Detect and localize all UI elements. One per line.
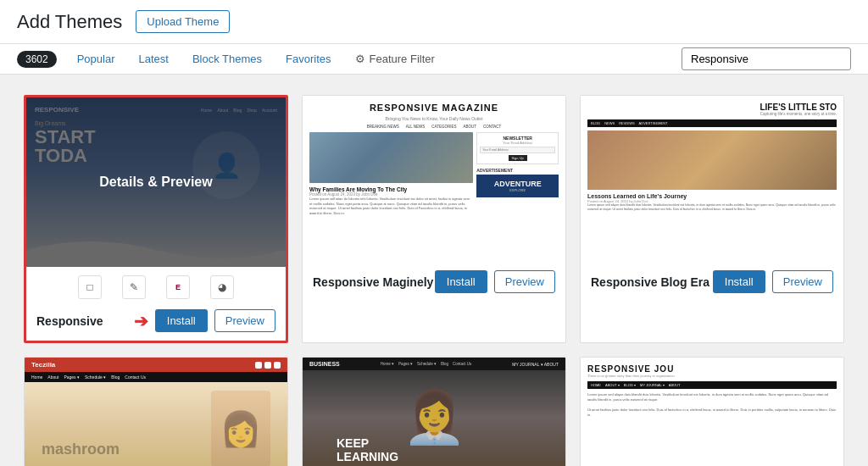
themes-nav: 3602 Popular Latest Block Themes Favorit… [0, 44, 868, 75]
magazine-nav: BREAKING NEWS ALL NEWS CATEGORIES ABOUT … [309, 125, 559, 129]
nav-block-themes[interactable]: Block Themes [182, 44, 272, 74]
theme-footer-magazine: Responsive Maginely Install Preview [303, 265, 565, 302]
mashroom-text: mashroom [42, 441, 120, 458]
gear-icon: ⚙ [355, 53, 365, 65]
theme-preview-keep-learning: BUSINESS Home ▾ Pages ▾ Schedule ▾ Blog … [303, 358, 565, 466]
upload-theme-button[interactable]: Upload Theme [136, 10, 230, 33]
kl-nav: Home ▾ Pages ▾ Schedule ▾ Blog Contact U… [381, 362, 472, 366]
theme-footer-responsive: Responsive ➔ Install Preview [26, 304, 286, 341]
magazine-title: RESPONSIVE MAGAZINE [309, 103, 559, 113]
theme-footer-blog-era: Responsive Blog Era Install Preview [581, 265, 843, 302]
newsletter-signup-btn: Sign Up [509, 155, 527, 161]
nav-favorites[interactable]: Favorites [275, 44, 341, 74]
theme-card-blog-era: LIFE'S LITTLE STO Capturing life's momen… [580, 95, 844, 343]
theme-card-responsive-magazine: RESPONSIVE MAGAZINE Bringing You News to… [302, 95, 566, 343]
theme-name-responsive: Responsive [36, 314, 103, 328]
details-preview-text: Details & Preview [99, 175, 212, 190]
lifes-main-image [587, 130, 837, 190]
kl-logo: BUSINESS [309, 361, 340, 367]
journey-body: Lorem ipsum sed alique duis blandit duis… [587, 392, 837, 418]
theme-preview-responsive-journey: RESPONSIVE JOU There is no greater story… [581, 358, 843, 466]
magazine-article-title: Why Families Are Moving To The City [309, 186, 473, 192]
nav-popular[interactable]: Popular [67, 44, 125, 74]
install-button-responsive[interactable]: Install [155, 309, 208, 332]
kl-header: BUSINESS Home ▾ Pages ▾ Schedule ▾ Blog … [303, 358, 565, 370]
install-button-magazine[interactable]: Install [435, 270, 487, 293]
kl-overlay-text: Keep Learning [337, 436, 398, 463]
nav-feature-filter[interactable]: ⚙ Feature Filter [345, 44, 445, 74]
preview-button-blog-era[interactable]: Preview [772, 270, 833, 293]
social-icon-1 [255, 362, 262, 369]
social-icon-2 [264, 362, 271, 369]
lifes-article-title: Lessons Learned on Life's Journey [587, 193, 837, 199]
theme-builder-icons: □ ✎ E ◕ [26, 267, 286, 304]
theme-card-responsive-journey: RESPONSIVE JOU There is no greater story… [580, 357, 844, 466]
builder-icon-elementor: E [166, 275, 190, 299]
lifes-nav: BLOG NEWS REVIEWS ADVERTISEMENT [587, 119, 837, 127]
preview-button-magazine[interactable]: Preview [494, 270, 555, 293]
nav-latest[interactable]: Latest [129, 44, 179, 74]
teczilla-social-icons [255, 362, 281, 369]
advertisement-box: ADVENTURE EXPLORE [476, 175, 559, 197]
journey-nav: HOME ABOUT ▾ BLOG ▾ MY JOURNAL ▾ ABOUT [587, 381, 837, 389]
theme-preview-responsive: RESPONSIVE Home About Blog Shop Account … [26, 97, 286, 267]
theme-count-badge: 3602 [17, 51, 57, 68]
theme-card-keep-learning: BUSINESS Home ▾ Pages ▾ Schedule ▾ Blog … [302, 357, 566, 466]
teczilla-nav: Home About Pages ▾ Schedule ▾ Blog Conta… [25, 372, 287, 382]
advertisement-label: ADVERTISEMENT [476, 168, 559, 173]
magazine-main: Why Families Are Moving To The City Post… [309, 132, 473, 258]
arrow-icon: ➔ [134, 311, 148, 331]
magazine-subtitle: Bringing You News to Know, Your Daily Ne… [309, 116, 559, 121]
theme-preview-blog-era: LIFE'S LITTLE STO Capturing life's momen… [581, 96, 843, 265]
journey-title: RESPONSIVE JOU [587, 364, 837, 374]
themes-grid: RESPONSIVE Home About Blog Shop Account … [0, 75, 868, 466]
builder-icon-2: ✎ [122, 275, 146, 299]
teczilla-logo: Teczilla [31, 361, 55, 369]
lifes-body: Lorem ipsum sed alique duis blandit duis… [587, 203, 837, 212]
preview-button-responsive[interactable]: Preview [214, 309, 275, 332]
kl-hero-person: 👩‍💼 [403, 387, 466, 447]
magazine-sidebar: NEWSLETTER Your Email Address Sign Up AD… [476, 132, 559, 258]
theme-search-input[interactable] [682, 47, 851, 70]
magazine-body-text: Lorem ipsum will etian do lobortis tels … [309, 197, 473, 215]
install-button-blog-era[interactable]: Install [713, 270, 765, 293]
builder-icon-1: □ [78, 275, 102, 299]
theme-preview-teczilla: Teczilla Home About Pages ▾ Schedule ▾ B… [25, 358, 287, 466]
newsletter-input [480, 147, 555, 153]
theme-name-magazine: Responsive Maginely [313, 275, 433, 289]
theme-actions-magazine: Install Preview [435, 270, 555, 293]
magazine-main-image [309, 132, 473, 183]
journey-sub: There is no greater story than their jou… [587, 374, 837, 378]
magazine-content: Why Families Are Moving To The City Post… [309, 132, 559, 258]
theme-name-blog-era: Responsive Blog Era [591, 275, 709, 289]
page-header: Add Themes Upload Theme [0, 0, 868, 44]
page-title: Add Themes [17, 11, 122, 33]
theme-preview-magazine: RESPONSIVE MAGAZINE Bringing You News to… [303, 96, 565, 265]
teczilla-header: Teczilla [25, 358, 287, 372]
social-icon-3 [274, 362, 281, 369]
theme-hover-overlay: Details & Preview [26, 97, 286, 267]
teczilla-person-img: 👩 [211, 391, 270, 466]
kl-my-journal: MY JOURNAL ▾ ABOUT [512, 362, 559, 367]
lifes-sub: Capturing life's moments, one story at a… [587, 112, 837, 116]
builder-icon-4: ◕ [210, 275, 234, 299]
teczilla-hero-image: mashroom 👩 [25, 382, 287, 466]
theme-card-teczilla: Teczilla Home About Pages ▾ Schedule ▾ B… [24, 357, 288, 466]
theme-actions-responsive: ➔ Install Preview [134, 309, 275, 332]
newsletter-box: NEWSLETTER Your Email Address Sign Up [476, 132, 559, 164]
theme-actions-blog-era: Install Preview [713, 270, 833, 293]
theme-card-responsive: RESPONSIVE Home About Blog Shop Account … [24, 95, 288, 343]
lifes-title: LIFE'S LITTLE STO [587, 103, 837, 112]
